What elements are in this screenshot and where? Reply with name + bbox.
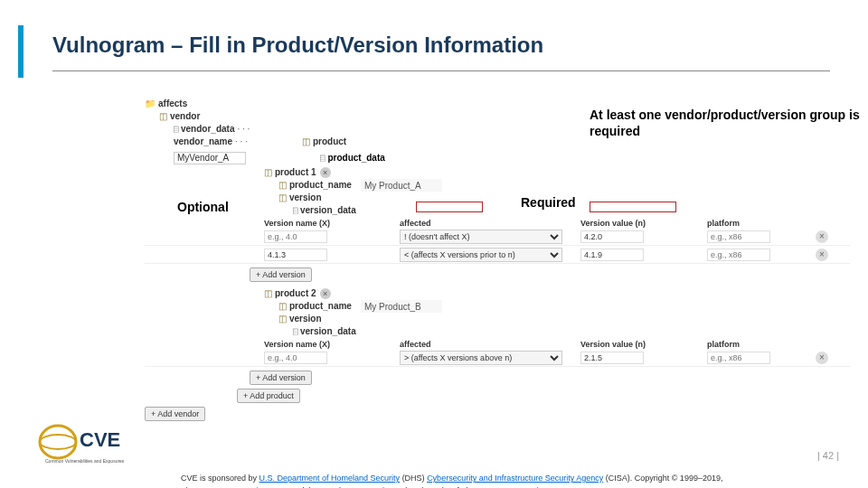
remove-row-icon[interactable]: × [816, 230, 828, 243]
tree-product-2: product 2× [145, 287, 850, 300]
grid-header-a: Version name (X)affectedVersion value (n… [145, 219, 850, 228]
folder-icon [145, 98, 158, 110]
grid-row: < (affects X versions prior to n) × [145, 246, 850, 264]
box-icon [278, 179, 289, 192]
box-icon [302, 136, 313, 148]
add-version-button[interactable]: + Add version [250, 267, 312, 282]
version-value-input[interactable] [580, 352, 644, 364]
title-underline [52, 70, 830, 71]
callout-optional-box [416, 202, 483, 212]
dhs-link[interactable]: U.S. Department of Homeland Security [259, 474, 401, 483]
platform-input[interactable] [707, 249, 770, 261]
annotation-optional: Optional [177, 200, 229, 214]
grid-row: ! (doesn't affect X) × [145, 228, 850, 246]
affected-select[interactable]: < (affects X versions prior to n) [400, 248, 562, 262]
db-icon [293, 204, 300, 217]
affected-select[interactable]: > (affects X versions above n) [400, 351, 562, 365]
grid-row: > (affects X versions above n) × [145, 349, 850, 367]
version-name-input[interactable] [264, 230, 327, 243]
affected-select[interactable]: ! (doesn't affect X) [400, 230, 562, 244]
svg-point-0 [40, 426, 76, 458]
content-area: At least one vendor/product/version grou… [145, 98, 850, 421]
db-icon [174, 123, 181, 136]
add-version-button[interactable]: + Add version [250, 371, 312, 385]
version-value-input[interactable] [580, 230, 644, 243]
tree-version-b: version [145, 313, 850, 325]
version-value-input[interactable] [580, 249, 644, 261]
db-icon [293, 325, 300, 338]
product-name-input-b[interactable] [361, 300, 442, 313]
svg-point-1 [40, 435, 76, 449]
tree-product-name-a: product_name [145, 179, 850, 192]
box-icon [278, 313, 289, 325]
remove-icon[interactable]: × [320, 167, 331, 178]
product-name-input-a[interactable] [361, 179, 442, 192]
remove-row-icon[interactable]: × [816, 352, 828, 364]
tree-version-data-a: version_data [145, 204, 850, 217]
slide-title: Vulnogram – Fill in Product/Version Info… [52, 33, 543, 58]
svg-text:CVE: CVE [80, 428, 120, 451]
page-number: | 42 | [817, 450, 839, 461]
tree-version-a: version [145, 192, 850, 204]
version-name-input[interactable] [264, 249, 327, 261]
version-name-input[interactable] [264, 352, 327, 364]
box-icon [264, 287, 275, 300]
accent-bar [18, 25, 24, 78]
tree-product-1: product 1× [145, 166, 850, 179]
vendor-name-input[interactable] [174, 152, 246, 164]
add-product-button[interactable]: + Add product [237, 389, 300, 403]
tree-version-data-b: version_data [145, 325, 850, 338]
cisa-link[interactable]: Cybersecurity and Infrastructure Securit… [427, 474, 603, 483]
cve-logo: CVECommon Vulnerabilities and Exposures [38, 419, 137, 465]
box-icon [264, 166, 275, 179]
remove-icon[interactable]: × [320, 288, 331, 299]
tree-product-name-b: product_name [145, 300, 850, 313]
box-icon [159, 110, 170, 123]
footer-text: CVE is sponsored by U.S. Department of H… [181, 472, 832, 488]
remove-row-icon[interactable]: × [816, 249, 828, 261]
annotation-at-least: At least one vendor/product/version grou… [590, 107, 861, 139]
platform-input[interactable] [707, 352, 770, 364]
add-vendor-button[interactable]: + Add vendor [145, 407, 205, 421]
platform-input[interactable] [707, 230, 770, 243]
svg-text:Common Vulnerabilities and Exp: Common Vulnerabilities and Exposures [45, 458, 125, 464]
grid-header-b: Version name (X)affectedVersion value (n… [145, 340, 850, 349]
callout-required-box [590, 202, 676, 212]
box-icon [278, 300, 289, 313]
box-icon [278, 192, 289, 204]
annotation-required: Required [521, 195, 576, 210]
